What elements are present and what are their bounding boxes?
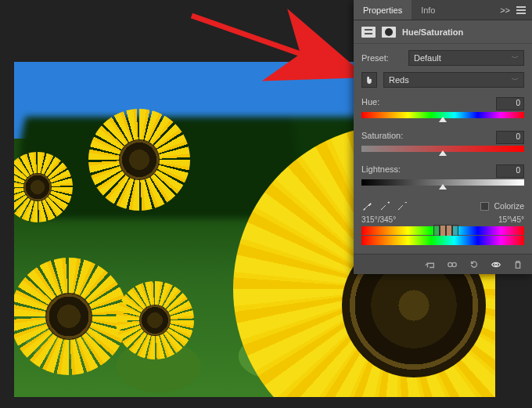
- hue-label: Hue:: [361, 97, 379, 110]
- saturation-label: Saturation:: [361, 131, 403, 144]
- adjustment-title: Hue/Saturation: [402, 27, 463, 37]
- toggle-visibility-icon[interactable]: [490, 258, 502, 271]
- image-sunflower: [88, 109, 190, 211]
- preset-value: Default: [414, 53, 441, 63]
- svg-point-3: [494, 263, 498, 266]
- lightness-label: Lightness:: [361, 164, 401, 178]
- slider-thumb[interactable]: [439, 184, 447, 190]
- adjustment-header: Hue/Saturation: [354, 20, 532, 44]
- delete-icon[interactable]: [512, 258, 524, 271]
- hue-value-input[interactable]: 0: [496, 97, 524, 110]
- properties-panel: Properties Info >> Hue/Saturation Preset…: [354, 0, 532, 274]
- layer-mask-icon: [382, 27, 396, 38]
- range-left-value: 315°/345°: [361, 215, 396, 224]
- preset-dropdown[interactable]: Default ﹀: [408, 50, 524, 66]
- slider-thumb[interactable]: [439, 150, 447, 156]
- colorize-checkbox[interactable]: Colorize: [480, 201, 524, 211]
- color-range-dropdown[interactable]: Reds ﹀: [383, 72, 524, 88]
- chevron-down-icon: ﹀: [512, 53, 519, 63]
- saturation-slider[interactable]: [361, 146, 524, 153]
- image-sunflower: [116, 281, 194, 359]
- reset-icon[interactable]: [468, 258, 480, 271]
- tab-properties[interactable]: Properties: [354, 0, 412, 20]
- eyedropper-subtract-icon[interactable]: [396, 200, 408, 212]
- panel-tabbar: Properties Info >>: [354, 0, 532, 20]
- chevron-down-icon: ﹀: [512, 75, 519, 85]
- collapse-icon[interactable]: >>: [500, 5, 510, 15]
- checkbox-box-icon: [480, 202, 489, 211]
- tab-info[interactable]: Info: [412, 0, 444, 20]
- lightness-slider[interactable]: [361, 179, 524, 187]
- panel-footer: [354, 254, 532, 274]
- eyedropper-add-icon[interactable]: [379, 200, 391, 212]
- hue-saturation-adjustment-icon: [361, 27, 376, 38]
- panel-menu-icon[interactable]: [516, 6, 526, 14]
- colorize-label: Colorize: [494, 201, 524, 211]
- color-range-value: Reds: [389, 75, 409, 85]
- targeted-adjustment-tool-icon[interactable]: [361, 72, 377, 88]
- eyedropper-icon[interactable]: [361, 200, 374, 212]
- range-right-value: 15°\45°: [498, 215, 524, 224]
- svg-point-2: [452, 262, 456, 266]
- lightness-value-input[interactable]: 0: [496, 164, 524, 178]
- color-range-strip-top[interactable]: [361, 226, 524, 235]
- saturation-value-input[interactable]: 0: [496, 131, 524, 144]
- color-range-strip-bottom[interactable]: [361, 236, 524, 245]
- image-sunflower: [14, 258, 128, 375]
- slider-thumb[interactable]: [439, 117, 447, 122]
- view-previous-state-icon[interactable]: [446, 258, 458, 271]
- svg-point-1: [448, 262, 452, 266]
- preset-label: Preset:: [361, 53, 402, 63]
- hue-slider[interactable]: [361, 112, 524, 120]
- clip-to-layer-icon[interactable]: [424, 258, 437, 271]
